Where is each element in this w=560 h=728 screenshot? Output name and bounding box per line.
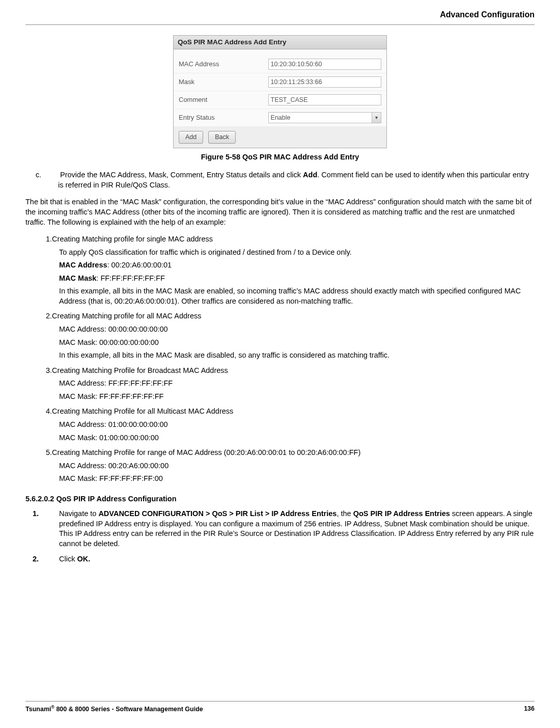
mac-address-label: MAC Address <box>174 56 263 73</box>
example-heading-row: 5.Creating Matching Profile for range of… <box>46 448 535 458</box>
item-number: 2. <box>46 312 52 320</box>
item-heading: Creating Matching Profile for all Multic… <box>52 407 233 415</box>
footer-guide: 800 & 8000 Series - Software Management … <box>54 706 203 713</box>
item-line: MAC Mask: 00:00:00:00:00:00 <box>59 338 535 348</box>
item-line: MAC Address: 00:20:A6:00:00:01 <box>59 260 535 271</box>
item-line: MAC Address: 01:00:00:00:00:00 <box>59 420 535 430</box>
item-heading: Creating Matching profile for all MAC Ad… <box>52 312 201 320</box>
figure-wrap: QoS PIR MAC Address Add Entry MAC Addres… <box>25 35 535 148</box>
entry-status-label: Entry Status <box>174 109 263 126</box>
example-heading-row: 1.Creating Matching profile for single M… <box>46 234 535 245</box>
page-footer: Tsunami® 800 & 8000 Series - Software Ma… <box>25 701 535 714</box>
section-5-6-2-0-2-heading: 5.6.2.0.2 QoS PIR IP Address Configurati… <box>25 494 535 504</box>
item-line: MAC Mask: FF:FF:FF:FF:FF:FF <box>59 274 535 284</box>
step-num: 2. <box>46 554 59 564</box>
item-line: MAC Address: 00:00:00:00:00:00 <box>59 325 535 335</box>
example-heading-row: 4.Creating Matching Profile for all Mult… <box>46 407 535 417</box>
examples-list: 1.Creating Matching profile for single M… <box>46 234 535 484</box>
s2-1-pre: Navigate to <box>59 509 98 518</box>
example-heading-row: 2.Creating Matching profile for all MAC … <box>46 311 535 321</box>
mask-label: Mask <box>174 73 263 91</box>
dialog-form-table: MAC Address Mask Comment Entry Status <box>174 56 386 127</box>
item-line: To apply QoS classification for traffic … <box>59 248 535 258</box>
comment-label: Comment <box>174 91 263 109</box>
item-line: In this example, all bits in the MAC Mas… <box>59 286 535 306</box>
chevron-down-icon[interactable]: ▾ <box>372 113 381 123</box>
item-line: In this example, all bits in the MAC Mas… <box>59 350 535 361</box>
entry-status-select[interactable]: ▾ <box>268 112 381 123</box>
example-heading-row: 3.Creating Matching Profile for Broadcas… <box>46 366 535 376</box>
header-rule <box>25 24 535 25</box>
entry-status-value[interactable] <box>268 112 381 123</box>
mac-address-input[interactable] <box>268 59 381 70</box>
paragraph-mac-mask-explain: The bit that is enabled in the “MAC Mask… <box>25 197 535 227</box>
item-line: MAC Mask: 01:00:00:00:00:00 <box>59 433 535 443</box>
page-header-title: Advanced Configuration <box>25 0 535 24</box>
dialog-body: MAC Address Mask Comment Entry Status <box>174 49 386 148</box>
example-item: 5.Creating Matching Profile for range of… <box>46 448 535 484</box>
item-heading: Creating Matching profile for single MAC… <box>52 235 213 243</box>
item-heading: Creating Matching Profile for Broadcast … <box>52 366 228 374</box>
example-item: 4.Creating Matching Profile for all Mult… <box>46 407 535 443</box>
step-c-text-before: Provide the MAC Address, Mask, Comment, … <box>60 171 303 179</box>
item-number: 1. <box>46 235 52 243</box>
item-number: 3. <box>46 366 52 374</box>
item-line: MAC Address: 00:20:A6:00:00:00 <box>59 461 535 471</box>
item-line: MAC Mask: FF:FF:FF:FF:FF:00 <box>59 474 535 484</box>
s2-2-b1: OK. <box>77 555 90 563</box>
s2-2-pre: Click <box>59 555 77 563</box>
item-number: 5. <box>46 448 52 456</box>
step-c-marker: c. <box>47 170 58 180</box>
item-line: MAC Address: FF:FF:FF:FF:FF:FF <box>59 379 535 389</box>
qos-pir-dialog: QoS PIR MAC Address Add Entry MAC Addres… <box>173 35 387 148</box>
example-item: 1.Creating Matching profile for single M… <box>46 234 535 306</box>
mask-input[interactable] <box>268 76 381 88</box>
page-number: 136 <box>524 705 535 714</box>
item-heading: Creating Matching Profile for range of M… <box>52 448 360 456</box>
back-button[interactable]: Back <box>208 131 236 144</box>
item-line: MAC Mask: FF:FF:FF:FF:FF:FF <box>59 392 535 402</box>
section2-step-2: 2.Click OK. <box>59 554 535 564</box>
section2-steps: 1.Navigate to ADVANCED CONFIGURATION > Q… <box>46 509 535 564</box>
dialog-title: QoS PIR MAC Address Add Entry <box>174 36 386 49</box>
step-num: 1. <box>46 509 59 519</box>
footer-left: Tsunami® 800 & 8000 Series - Software Ma… <box>25 705 203 714</box>
comment-input[interactable] <box>268 94 381 105</box>
example-item: 2.Creating Matching profile for all MAC … <box>46 311 535 360</box>
item-number: 4. <box>46 407 52 415</box>
s2-1-b1: ADVANCED CONFIGURATION > QoS > PIR List … <box>98 509 337 518</box>
example-item: 3.Creating Matching Profile for Broadcas… <box>46 366 535 402</box>
add-button[interactable]: Add <box>179 131 203 144</box>
dialog-button-row: Add Back <box>174 127 386 148</box>
footer-brand: Tsunami <box>25 706 51 713</box>
s2-1-b2: QoS PIR IP Address Entries <box>353 509 450 518</box>
footer-rule <box>25 701 535 702</box>
section2-step-1: 1.Navigate to ADVANCED CONFIGURATION > Q… <box>59 509 535 549</box>
step-c: c. Provide the MAC Address, Mask, Commen… <box>58 170 535 190</box>
figure-caption: Figure 5-58 QoS PIR MAC Address Add Entr… <box>25 152 535 163</box>
step-c-bold: Add <box>303 171 317 179</box>
s2-1-mid: , the <box>337 509 353 518</box>
